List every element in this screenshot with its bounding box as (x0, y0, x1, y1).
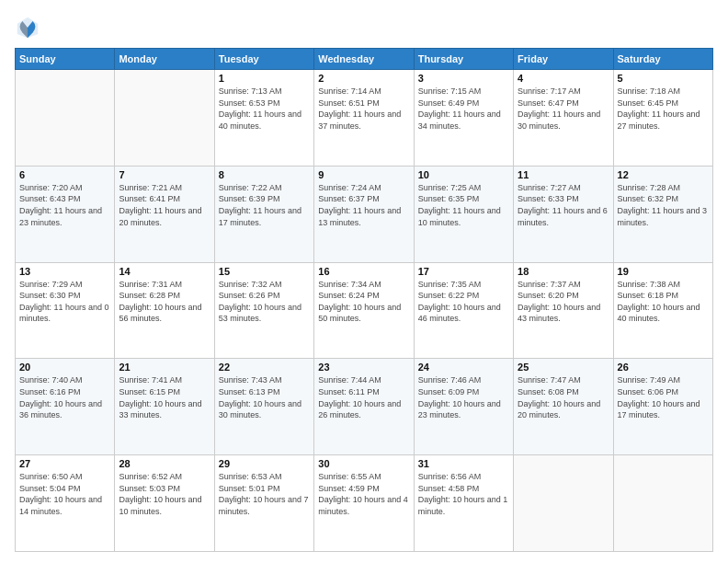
calendar-cell: 21Sunrise: 7:41 AM Sunset: 6:15 PM Dayli… (115, 359, 214, 455)
week-row-2: 13Sunrise: 7:29 AM Sunset: 6:30 PM Dayli… (16, 262, 713, 359)
day-number: 31 (418, 458, 509, 469)
weekday-header-row: SundayMondayTuesdayWednesdayThursdayFrid… (16, 49, 713, 70)
calendar-cell: 10Sunrise: 7:25 AM Sunset: 6:35 PM Dayli… (414, 166, 513, 262)
day-number: 4 (518, 73, 609, 84)
calendar-cell: 23Sunrise: 7:44 AM Sunset: 6:11 PM Dayli… (314, 359, 414, 455)
day-number: 23 (318, 362, 409, 373)
calendar-cell: 24Sunrise: 7:46 AM Sunset: 6:09 PM Dayli… (414, 359, 513, 455)
day-number: 3 (418, 73, 509, 84)
day-info: Sunrise: 7:31 AM Sunset: 6:28 PM Dayligh… (119, 279, 210, 325)
day-info: Sunrise: 7:47 AM Sunset: 6:08 PM Dayligh… (518, 374, 609, 420)
day-number: 19 (618, 266, 709, 277)
calendar-cell: 15Sunrise: 7:32 AM Sunset: 6:26 PM Dayli… (214, 262, 313, 359)
calendar-cell: 4Sunrise: 7:17 AM Sunset: 6:47 PM Daylig… (514, 70, 613, 167)
day-info: Sunrise: 6:50 AM Sunset: 5:04 PM Dayligh… (19, 471, 110, 517)
day-number: 29 (219, 458, 310, 469)
day-number: 8 (219, 169, 310, 180)
day-number: 21 (119, 362, 210, 373)
weekday-sunday: Sunday (16, 49, 115, 70)
calendar-cell: 16Sunrise: 7:34 AM Sunset: 6:24 PM Dayli… (314, 262, 414, 359)
calendar-cell: 29Sunrise: 6:53 AM Sunset: 5:01 PM Dayli… (214, 455, 313, 552)
calendar-cell: 27Sunrise: 6:50 AM Sunset: 5:04 PM Dayli… (16, 455, 115, 552)
calendar-cell: 18Sunrise: 7:37 AM Sunset: 6:20 PM Dayli… (514, 262, 613, 359)
day-info: Sunrise: 7:43 AM Sunset: 6:13 PM Dayligh… (219, 374, 310, 420)
calendar-cell (16, 70, 115, 167)
day-info: Sunrise: 7:35 AM Sunset: 6:22 PM Dayligh… (418, 279, 509, 325)
day-number: 22 (219, 362, 310, 373)
calendar-cell: 6Sunrise: 7:20 AM Sunset: 6:43 PM Daylig… (16, 166, 115, 262)
day-info: Sunrise: 7:41 AM Sunset: 6:15 PM Dayligh… (119, 374, 210, 420)
calendar-cell: 5Sunrise: 7:18 AM Sunset: 6:45 PM Daylig… (613, 70, 712, 167)
day-info: Sunrise: 7:34 AM Sunset: 6:24 PM Dayligh… (318, 279, 409, 325)
day-number: 5 (618, 73, 709, 84)
day-info: Sunrise: 7:28 AM Sunset: 6:32 PM Dayligh… (618, 182, 709, 228)
day-info: Sunrise: 7:13 AM Sunset: 6:53 PM Dayligh… (219, 86, 310, 132)
week-row-4: 27Sunrise: 6:50 AM Sunset: 5:04 PM Dayli… (16, 455, 713, 552)
day-info: Sunrise: 7:17 AM Sunset: 6:47 PM Dayligh… (518, 86, 609, 132)
day-info: Sunrise: 7:22 AM Sunset: 6:39 PM Dayligh… (219, 182, 310, 228)
day-number: 20 (19, 362, 110, 373)
calendar-cell: 19Sunrise: 7:38 AM Sunset: 6:18 PM Dayli… (613, 262, 712, 359)
logo-icon (15, 15, 40, 40)
calendar-cell: 20Sunrise: 7:40 AM Sunset: 6:16 PM Dayli… (16, 359, 115, 455)
day-number: 25 (518, 362, 609, 373)
calendar-cell (115, 70, 214, 167)
day-number: 18 (518, 266, 609, 277)
day-info: Sunrise: 6:56 AM Sunset: 4:58 PM Dayligh… (418, 471, 509, 517)
calendar-cell: 17Sunrise: 7:35 AM Sunset: 6:22 PM Dayli… (414, 262, 513, 359)
page: SundayMondayTuesdayWednesdayThursdayFrid… (0, 0, 728, 563)
day-info: Sunrise: 7:14 AM Sunset: 6:51 PM Dayligh… (318, 86, 409, 132)
day-info: Sunrise: 7:37 AM Sunset: 6:20 PM Dayligh… (518, 279, 609, 325)
day-number: 15 (219, 266, 310, 277)
calendar-cell: 31Sunrise: 6:56 AM Sunset: 4:58 PM Dayli… (414, 455, 513, 552)
calendar-cell (514, 455, 613, 552)
day-number: 28 (119, 458, 210, 469)
day-info: Sunrise: 7:25 AM Sunset: 6:35 PM Dayligh… (418, 182, 509, 228)
calendar-cell: 3Sunrise: 7:15 AM Sunset: 6:49 PM Daylig… (414, 70, 513, 167)
day-number: 13 (19, 266, 110, 277)
day-number: 9 (318, 169, 409, 180)
day-number: 26 (618, 362, 709, 373)
week-row-1: 6Sunrise: 7:20 AM Sunset: 6:43 PM Daylig… (16, 166, 713, 262)
day-number: 7 (119, 169, 210, 180)
day-info: Sunrise: 7:15 AM Sunset: 6:49 PM Dayligh… (418, 86, 509, 132)
day-info: Sunrise: 7:38 AM Sunset: 6:18 PM Dayligh… (618, 279, 709, 325)
weekday-tuesday: Tuesday (214, 49, 313, 70)
calendar-cell: 7Sunrise: 7:21 AM Sunset: 6:41 PM Daylig… (115, 166, 214, 262)
day-info: Sunrise: 7:40 AM Sunset: 6:16 PM Dayligh… (19, 374, 110, 420)
weekday-wednesday: Wednesday (314, 49, 414, 70)
day-info: Sunrise: 6:55 AM Sunset: 4:59 PM Dayligh… (318, 471, 409, 517)
day-number: 30 (318, 458, 409, 469)
day-number: 6 (19, 169, 110, 180)
day-info: Sunrise: 7:44 AM Sunset: 6:11 PM Dayligh… (318, 374, 409, 420)
logo (15, 15, 44, 40)
day-number: 12 (618, 169, 709, 180)
day-number: 16 (318, 266, 409, 277)
day-number: 1 (219, 73, 310, 84)
calendar-cell: 30Sunrise: 6:55 AM Sunset: 4:59 PM Dayli… (314, 455, 414, 552)
week-row-3: 20Sunrise: 7:40 AM Sunset: 6:16 PM Dayli… (16, 359, 713, 455)
day-info: Sunrise: 7:21 AM Sunset: 6:41 PM Dayligh… (119, 182, 210, 228)
weekday-friday: Friday (514, 49, 613, 70)
header (15, 11, 713, 40)
weekday-saturday: Saturday (613, 49, 712, 70)
calendar-cell: 25Sunrise: 7:47 AM Sunset: 6:08 PM Dayli… (514, 359, 613, 455)
day-info: Sunrise: 7:18 AM Sunset: 6:45 PM Dayligh… (618, 86, 709, 132)
calendar-cell: 2Sunrise: 7:14 AM Sunset: 6:51 PM Daylig… (314, 70, 414, 167)
day-info: Sunrise: 7:24 AM Sunset: 6:37 PM Dayligh… (318, 182, 409, 228)
day-number: 2 (318, 73, 409, 84)
day-info: Sunrise: 7:27 AM Sunset: 6:33 PM Dayligh… (518, 182, 609, 228)
day-number: 10 (418, 169, 509, 180)
weekday-monday: Monday (115, 49, 214, 70)
calendar-cell: 22Sunrise: 7:43 AM Sunset: 6:13 PM Dayli… (214, 359, 313, 455)
day-info: Sunrise: 7:20 AM Sunset: 6:43 PM Dayligh… (19, 182, 110, 228)
day-info: Sunrise: 7:46 AM Sunset: 6:09 PM Dayligh… (418, 374, 509, 420)
calendar-cell: 13Sunrise: 7:29 AM Sunset: 6:30 PM Dayli… (16, 262, 115, 359)
day-info: Sunrise: 7:49 AM Sunset: 6:06 PM Dayligh… (618, 374, 709, 420)
day-number: 27 (19, 458, 110, 469)
calendar-cell: 26Sunrise: 7:49 AM Sunset: 6:06 PM Dayli… (613, 359, 712, 455)
day-number: 11 (518, 169, 609, 180)
calendar-cell: 12Sunrise: 7:28 AM Sunset: 6:32 PM Dayli… (613, 166, 712, 262)
calendar-cell: 11Sunrise: 7:27 AM Sunset: 6:33 PM Dayli… (514, 166, 613, 262)
calendar-cell (613, 455, 712, 552)
